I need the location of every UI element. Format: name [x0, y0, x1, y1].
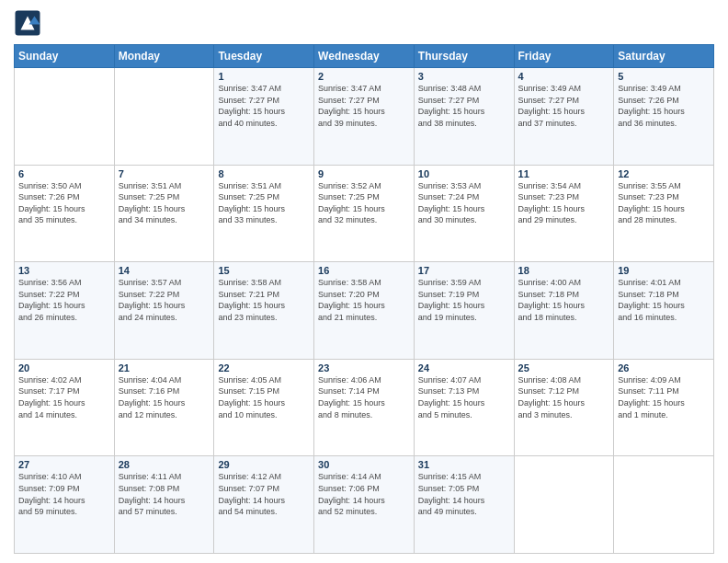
calendar-cell: 11Sunrise: 3:54 AM Sunset: 7:23 PM Dayli…	[514, 165, 614, 262]
calendar-cell: 26Sunrise: 4:09 AM Sunset: 7:11 PM Dayli…	[614, 359, 714, 456]
calendar-cell: 6Sunrise: 3:50 AM Sunset: 7:26 PM Daylig…	[15, 165, 115, 262]
calendar-cell: 13Sunrise: 3:56 AM Sunset: 7:22 PM Dayli…	[15, 262, 115, 360]
day-info: Sunrise: 3:48 AM Sunset: 7:27 PM Dayligh…	[418, 83, 510, 129]
header	[14, 9, 714, 37]
calendar-cell: 18Sunrise: 4:00 AM Sunset: 7:18 PM Dayli…	[514, 262, 614, 360]
day-number: 14	[119, 265, 210, 276]
day-info: Sunrise: 3:55 AM Sunset: 7:23 PM Dayligh…	[618, 180, 710, 226]
calendar-cell: 28Sunrise: 4:11 AM Sunset: 7:08 PM Dayli…	[114, 456, 214, 554]
day-number: 26	[618, 362, 710, 373]
day-info: Sunrise: 3:51 AM Sunset: 7:25 PM Dayligh…	[218, 180, 310, 226]
day-number: 31	[418, 459, 510, 470]
day-number: 1	[218, 71, 310, 82]
day-number: 22	[218, 362, 310, 373]
calendar-cell: 25Sunrise: 4:08 AM Sunset: 7:12 PM Dayli…	[514, 359, 614, 456]
day-info: Sunrise: 4:15 AM Sunset: 7:05 PM Dayligh…	[418, 471, 510, 517]
day-number: 2	[318, 71, 410, 82]
calendar-cell	[15, 68, 115, 166]
day-number: 30	[318, 459, 410, 470]
calendar-cell	[614, 456, 714, 554]
day-info: Sunrise: 3:53 AM Sunset: 7:24 PM Dayligh…	[418, 180, 510, 226]
day-info: Sunrise: 4:10 AM Sunset: 7:09 PM Dayligh…	[18, 471, 110, 517]
day-number: 11	[518, 168, 610, 179]
day-info: Sunrise: 4:12 AM Sunset: 7:07 PM Dayligh…	[218, 471, 310, 517]
weekday-header-thursday: Thursday	[414, 45, 514, 68]
calendar-cell	[514, 456, 614, 554]
week-row-5: 27Sunrise: 4:10 AM Sunset: 7:09 PM Dayli…	[15, 456, 714, 554]
calendar-cell: 3Sunrise: 3:48 AM Sunset: 7:27 PM Daylig…	[414, 68, 514, 166]
day-info: Sunrise: 4:09 AM Sunset: 7:11 PM Dayligh…	[618, 374, 710, 420]
day-number: 23	[318, 362, 410, 373]
day-number: 3	[418, 71, 510, 82]
day-number: 13	[18, 265, 110, 276]
calendar-cell: 30Sunrise: 4:14 AM Sunset: 7:06 PM Dayli…	[314, 456, 415, 554]
day-info: Sunrise: 3:52 AM Sunset: 7:25 PM Dayligh…	[318, 180, 410, 226]
day-info: Sunrise: 3:57 AM Sunset: 7:22 PM Dayligh…	[119, 277, 210, 323]
calendar-cell: 16Sunrise: 3:58 AM Sunset: 7:20 PM Dayli…	[314, 262, 415, 360]
week-row-4: 20Sunrise: 4:02 AM Sunset: 7:17 PM Dayli…	[15, 359, 714, 456]
day-number: 6	[18, 168, 110, 179]
day-info: Sunrise: 4:06 AM Sunset: 7:14 PM Dayligh…	[318, 374, 410, 420]
calendar-cell: 21Sunrise: 4:04 AM Sunset: 7:16 PM Dayli…	[114, 359, 214, 456]
day-number: 19	[618, 265, 710, 276]
day-info: Sunrise: 3:54 AM Sunset: 7:23 PM Dayligh…	[518, 180, 610, 226]
day-number: 25	[518, 362, 610, 373]
day-number: 17	[418, 265, 510, 276]
logo-icon	[14, 9, 41, 37]
day-info: Sunrise: 3:49 AM Sunset: 7:26 PM Dayligh…	[618, 83, 710, 129]
day-info: Sunrise: 3:47 AM Sunset: 7:27 PM Dayligh…	[218, 83, 310, 129]
day-number: 15	[218, 265, 310, 276]
day-info: Sunrise: 3:59 AM Sunset: 7:19 PM Dayligh…	[418, 277, 510, 323]
calendar-cell: 1Sunrise: 3:47 AM Sunset: 7:27 PM Daylig…	[214, 68, 314, 166]
day-info: Sunrise: 3:49 AM Sunset: 7:27 PM Dayligh…	[518, 83, 610, 129]
calendar-cell	[114, 68, 214, 166]
day-number: 16	[318, 265, 410, 276]
calendar: SundayMondayTuesdayWednesdayThursdayFrid…	[14, 44, 714, 554]
day-number: 27	[18, 459, 110, 470]
week-row-3: 13Sunrise: 3:56 AM Sunset: 7:22 PM Dayli…	[15, 262, 714, 360]
weekday-header-saturday: Saturday	[614, 45, 714, 68]
week-row-1: 1Sunrise: 3:47 AM Sunset: 7:27 PM Daylig…	[15, 68, 714, 166]
weekday-header-monday: Monday	[114, 45, 214, 68]
day-info: Sunrise: 4:11 AM Sunset: 7:08 PM Dayligh…	[119, 471, 210, 517]
weekday-header-sunday: Sunday	[15, 45, 115, 68]
calendar-cell: 4Sunrise: 3:49 AM Sunset: 7:27 PM Daylig…	[514, 68, 614, 166]
weekday-header-wednesday: Wednesday	[314, 45, 415, 68]
day-info: Sunrise: 3:50 AM Sunset: 7:26 PM Dayligh…	[18, 180, 110, 226]
logo	[14, 9, 43, 37]
day-info: Sunrise: 4:04 AM Sunset: 7:16 PM Dayligh…	[119, 374, 210, 420]
day-info: Sunrise: 4:08 AM Sunset: 7:12 PM Dayligh…	[518, 374, 610, 420]
calendar-cell: 31Sunrise: 4:15 AM Sunset: 7:05 PM Dayli…	[414, 456, 514, 554]
day-number: 21	[119, 362, 210, 373]
day-number: 12	[618, 168, 710, 179]
day-info: Sunrise: 4:02 AM Sunset: 7:17 PM Dayligh…	[18, 374, 110, 420]
calendar-cell: 29Sunrise: 4:12 AM Sunset: 7:07 PM Dayli…	[214, 456, 314, 554]
day-number: 28	[119, 459, 210, 470]
calendar-cell: 12Sunrise: 3:55 AM Sunset: 7:23 PM Dayli…	[614, 165, 714, 262]
day-number: 5	[618, 71, 710, 82]
day-number: 20	[18, 362, 110, 373]
calendar-cell: 2Sunrise: 3:47 AM Sunset: 7:27 PM Daylig…	[314, 68, 415, 166]
weekday-header-friday: Friday	[514, 45, 614, 68]
day-number: 8	[218, 168, 310, 179]
page: SundayMondayTuesdayWednesdayThursdayFrid…	[0, 0, 728, 563]
day-info: Sunrise: 4:07 AM Sunset: 7:13 PM Dayligh…	[418, 374, 510, 420]
calendar-cell: 9Sunrise: 3:52 AM Sunset: 7:25 PM Daylig…	[314, 165, 415, 262]
day-info: Sunrise: 3:47 AM Sunset: 7:27 PM Dayligh…	[318, 83, 410, 129]
day-info: Sunrise: 4:14 AM Sunset: 7:06 PM Dayligh…	[318, 471, 410, 517]
calendar-cell: 5Sunrise: 3:49 AM Sunset: 7:26 PM Daylig…	[614, 68, 714, 166]
day-number: 7	[119, 168, 210, 179]
day-info: Sunrise: 3:56 AM Sunset: 7:22 PM Dayligh…	[18, 277, 110, 323]
calendar-cell: 19Sunrise: 4:01 AM Sunset: 7:18 PM Dayli…	[614, 262, 714, 360]
day-number: 24	[418, 362, 510, 373]
calendar-cell: 15Sunrise: 3:58 AM Sunset: 7:21 PM Dayli…	[214, 262, 314, 360]
day-info: Sunrise: 3:58 AM Sunset: 7:21 PM Dayligh…	[218, 277, 310, 323]
day-number: 4	[518, 71, 610, 82]
calendar-cell: 20Sunrise: 4:02 AM Sunset: 7:17 PM Dayli…	[15, 359, 115, 456]
day-info: Sunrise: 4:00 AM Sunset: 7:18 PM Dayligh…	[518, 277, 610, 323]
calendar-cell: 24Sunrise: 4:07 AM Sunset: 7:13 PM Dayli…	[414, 359, 514, 456]
weekday-header-row: SundayMondayTuesdayWednesdayThursdayFrid…	[15, 45, 714, 68]
week-row-2: 6Sunrise: 3:50 AM Sunset: 7:26 PM Daylig…	[15, 165, 714, 262]
calendar-cell: 14Sunrise: 3:57 AM Sunset: 7:22 PM Dayli…	[114, 262, 214, 360]
day-info: Sunrise: 3:58 AM Sunset: 7:20 PM Dayligh…	[318, 277, 410, 323]
